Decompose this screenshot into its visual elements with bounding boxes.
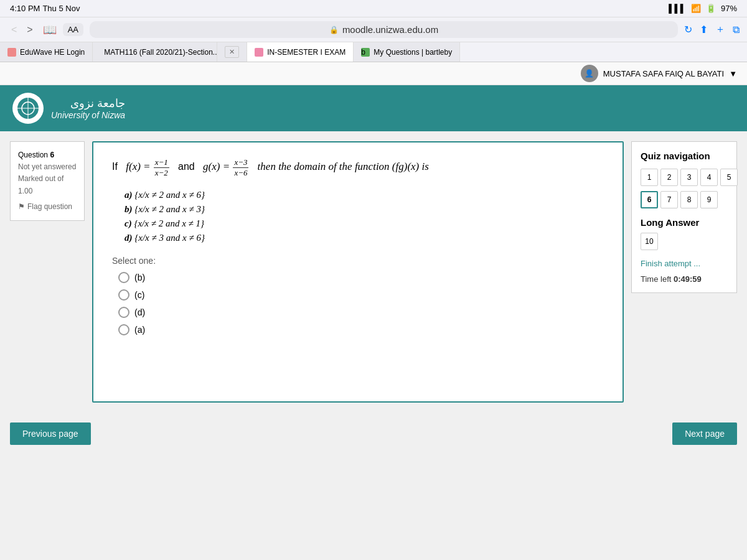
radio-label-a: (a) <box>134 325 145 335</box>
question-sidebar: Question 6 Not yet answered Marked out o… <box>10 141 85 221</box>
nav-grid-row1: 1 2 3 4 5 <box>641 169 728 186</box>
tab-bartleby[interactable]: b My Questions | bartleby <box>354 42 460 62</box>
nav-btn-7[interactable]: 7 <box>660 191 678 208</box>
options-list: a) {x/x ≠ 2 and x ≠ 6} b) {x/x ≠ 2 and x… <box>125 190 604 243</box>
question-area: If f(x) = x−1 x−2 and g(x) = x−3 x <box>92 141 624 403</box>
finish-attempt-link[interactable]: Finish attempt ... <box>641 259 728 268</box>
nav-btn-2[interactable]: 2 <box>660 169 678 186</box>
option-b: b) {x/x ≠ 2 and x ≠ 3} <box>125 204 604 215</box>
university-name: جامعة نزوى University of Nizwa <box>51 96 125 120</box>
flag-question-label: Flag question <box>27 201 72 213</box>
tab-exam-label: IN-SEMESTER I EXAM <box>267 48 345 57</box>
main-layout: Question 6 Not yet answered Marked out o… <box>0 131 747 413</box>
tab-exam-close[interactable]: ✕ <box>217 42 247 62</box>
radio-label-c: (c) <box>134 290 144 300</box>
refresh-icon[interactable]: ↻ <box>684 24 692 35</box>
lock-icon: 🔒 <box>329 26 339 34</box>
university-name-english: University of Nizwa <box>51 110 125 120</box>
signal-icon: ▌▌▌ <box>669 4 686 13</box>
question-if: If <box>112 161 118 172</box>
user-bar: 👤 MUSTAFA SAFA FAIQ AL BAYATI ▼ <box>0 62 747 85</box>
option-d: d) {x/x ≠ 3 and x ≠ 6} <box>125 233 604 243</box>
previous-page-button[interactable]: Previous page <box>10 422 91 445</box>
option-a: a) {x/x ≠ 2 and x ≠ 6} <box>125 190 604 200</box>
nav-btn-10[interactable]: 10 <box>641 233 658 250</box>
gx-numerator: x−3 <box>233 157 248 168</box>
back-button[interactable]: < <box>7 23 21 37</box>
question-number: 6 <box>50 151 54 159</box>
dropdown-arrow[interactable]: ▼ <box>729 69 737 78</box>
nav-btn-4[interactable]: 4 <box>700 169 718 186</box>
nav-btn-1[interactable]: 1 <box>641 169 658 186</box>
nav-btn-9[interactable]: 9 <box>700 191 718 208</box>
university-name-arabic: جامعة نزوى <box>51 96 125 110</box>
university-logo <box>12 93 44 124</box>
radio-circle-c <box>118 289 129 301</box>
browser-tabs: EduWave HE Login MATH116 (Fall 2020/21)-… <box>0 42 747 62</box>
radio-option-c[interactable]: (c) <box>118 289 604 301</box>
tab-eduwave-label: EduWave HE Login <box>20 48 85 57</box>
battery-percent: 97% <box>721 4 737 13</box>
user-name[interactable]: MUSTAFA SAFA FAIQ AL BAYATI <box>603 69 724 78</box>
fx-numerator: x−1 <box>154 157 169 168</box>
time-value: 0:49:59 <box>674 274 702 284</box>
select-one-label: Select one: <box>112 256 604 266</box>
radio-options: (b) (c) (d) (a) <box>118 272 604 335</box>
nav-btn-6[interactable]: 6 <box>641 191 658 208</box>
question-text: If f(x) = x−1 x−2 and g(x) = x−3 x <box>112 157 604 177</box>
next-page-button[interactable]: Next page <box>672 422 737 445</box>
radio-option-a[interactable]: (a) <box>118 324 604 335</box>
question-marked: Marked out of 1.00 <box>18 173 77 197</box>
nav-grid-row2: 6 7 8 9 <box>641 191 728 208</box>
radio-label-d: (d) <box>134 307 145 317</box>
question-status: Not yet answered <box>18 161 77 173</box>
nav-btn-3[interactable]: 3 <box>680 169 698 186</box>
aa-label[interactable]: AA <box>63 23 83 36</box>
flag-question-button[interactable]: ⚑ Flag question <box>18 201 77 213</box>
option-c: c) {x/x ≠ 2 and x ≠ 1} <box>125 218 604 229</box>
nav-btn-8[interactable]: 8 <box>680 191 698 208</box>
tab-eduwave[interactable]: EduWave HE Login <box>0 42 93 62</box>
time-display: 4:10 PM <box>10 4 40 13</box>
fx-denominator: x−2 <box>154 168 169 178</box>
nav-arrows: < > <box>7 23 37 37</box>
radio-option-d[interactable]: (d) <box>118 307 604 318</box>
add-tab-icon[interactable]: ＋ <box>715 23 725 36</box>
radio-circle-d <box>118 307 129 318</box>
book-icon: 📖 <box>43 23 57 37</box>
tab-math116[interactable]: MATH116 (Fall 2020/21)-Section... <box>93 42 217 62</box>
university-header: جامعة نزوى University of Nizwa <box>0 85 747 131</box>
tab-bartleby-label: My Questions | bartleby <box>374 48 452 57</box>
radio-option-b[interactable]: (b) <box>118 272 604 283</box>
fx-formula: f(x) = x−1 x−2 <box>126 161 172 172</box>
forward-button[interactable]: > <box>23 23 36 37</box>
browser-nav: < > 📖 AA 🔒 moodle.unizwa.edu.om ↻ ⬆ ＋ ⧉ <box>0 17 747 42</box>
user-avatar: 👤 <box>581 65 598 82</box>
radio-circle-b <box>118 272 129 283</box>
battery-icon: 🔋 <box>706 4 716 13</box>
quiz-nav-title: Quiz navigation <box>641 151 728 161</box>
url-display: moodle.unizwa.edu.om <box>342 24 438 35</box>
quiz-navigation: Quiz navigation 1 2 3 4 5 6 7 8 9 Long A… <box>631 141 737 293</box>
connector: and <box>178 161 195 172</box>
tabs-icon[interactable]: ⧉ <box>733 24 740 35</box>
long-answer-title: Long Answer <box>641 217 728 228</box>
wifi-icon: 📶 <box>691 4 701 13</box>
flag-icon: ⚑ <box>18 201 25 213</box>
bottom-navigation: Previous page Next page <box>0 413 747 455</box>
tab-math116-label: MATH116 (Fall 2020/21)-Section... <box>104 48 217 57</box>
status-bar: 4:10 PM Thu 5 Nov ▌▌▌ 📶 🔋 97% <box>0 0 747 17</box>
question-label: Question 6 <box>18 149 77 161</box>
page-content: Question 6 Not yet answered Marked out o… <box>0 131 747 560</box>
nav-btn-5[interactable]: 5 <box>720 169 738 186</box>
gx-formula: g(x) = x−3 x−6 <box>203 161 252 172</box>
address-bar[interactable]: 🔒 moodle.unizwa.edu.om <box>90 21 678 38</box>
radio-circle-a <box>118 324 129 335</box>
tab-exam[interactable]: IN-SEMESTER I EXAM <box>247 42 354 62</box>
share-icon[interactable]: ⬆ <box>700 24 708 35</box>
time-left: Time left 0:49:59 <box>641 274 728 284</box>
browser-actions: ↻ ⬆ ＋ ⧉ <box>684 23 740 36</box>
radio-label-b: (b) <box>134 273 145 282</box>
question-suffix: then the domain of the function (fg)(x) … <box>258 161 429 172</box>
time-left-label: Time left <box>641 274 671 284</box>
